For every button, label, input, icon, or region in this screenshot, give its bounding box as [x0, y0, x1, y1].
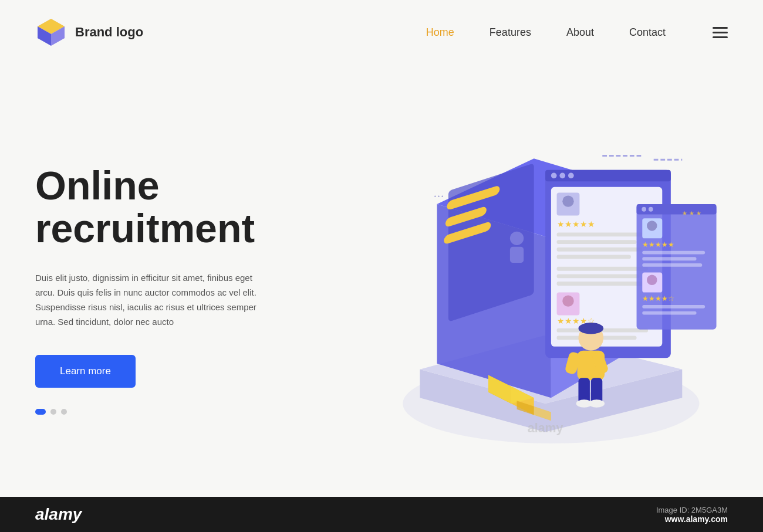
svg-rect-50 — [642, 304, 705, 308]
footer-info: Image ID: 2M5GA3M www.alamy.com — [656, 506, 728, 524]
svg-rect-15 — [510, 246, 524, 262]
hero-illustration: ★★★★★ ★★★★☆ ★★★★★ — [329, 114, 728, 454]
nav-contact[interactable]: Contact — [629, 26, 666, 39]
svg-point-57 — [578, 323, 603, 334]
nav-home[interactable]: Home — [426, 26, 454, 39]
learn-more-button[interactable]: Learn more — [35, 355, 136, 388]
svg-point-19 — [559, 172, 565, 178]
nav-features[interactable]: Features — [489, 26, 531, 39]
svg-text:• • •: • • • — [434, 193, 444, 199]
brand-logo-icon — [35, 16, 67, 48]
svg-text:alamy: alamy — [528, 421, 563, 435]
svg-rect-27 — [557, 247, 643, 251]
svg-point-33 — [562, 295, 573, 306]
nav-about[interactable]: About — [566, 26, 594, 39]
svg-text:★★★★★: ★★★★★ — [642, 240, 674, 248]
svg-point-42 — [647, 221, 657, 231]
svg-rect-28 — [557, 255, 631, 259]
svg-point-14 — [510, 231, 524, 245]
main-content: Online recruitment Duis elit justo, dign… — [0, 65, 763, 491]
hero-title: Online recruitment — [35, 164, 305, 250]
dot-3[interactable] — [61, 409, 67, 415]
svg-text:★★★★☆: ★★★★☆ — [642, 294, 674, 302]
footer-image-id: Image ID: 2M5GA3M — [656, 506, 728, 514]
dot-1[interactable] — [35, 409, 46, 415]
footer-url: www.alamy.com — [656, 514, 728, 524]
svg-rect-51 — [642, 311, 696, 314]
hero-description: Duis elit justo, dignissim in efficitur … — [35, 271, 258, 329]
pagination-dots — [35, 409, 305, 415]
recruitment-illustration: ★★★★★ ★★★★☆ ★★★★★ — [329, 114, 728, 454]
svg-point-39 — [642, 206, 646, 211]
svg-rect-30 — [557, 274, 640, 278]
svg-point-23 — [562, 195, 573, 206]
svg-text:★★★★★: ★★★★★ — [557, 219, 595, 228]
hero-left: Online recruitment Duis elit justo, dign… — [35, 153, 305, 415]
svg-rect-31 — [557, 282, 646, 286]
svg-point-18 — [551, 172, 557, 178]
svg-rect-25 — [557, 232, 648, 236]
footer: alamy Image ID: 2M5GA3M www.alamy.com — [0, 497, 763, 532]
svg-point-40 — [649, 206, 653, 211]
svg-rect-44 — [642, 250, 705, 254]
svg-point-48 — [647, 275, 657, 284]
svg-rect-45 — [642, 257, 696, 260]
svg-point-64 — [589, 399, 605, 408]
logo-area: Brand logo — [35, 16, 143, 48]
header: Brand logo Home Features About Contact — [0, 0, 763, 65]
svg-rect-26 — [557, 240, 637, 244]
main-nav: Home Features About Contact — [426, 26, 728, 39]
svg-rect-29 — [557, 266, 648, 270]
dot-2[interactable] — [50, 409, 56, 415]
hamburger-menu[interactable] — [713, 27, 728, 38]
brand-logo-text: Brand logo — [75, 25, 143, 40]
footer-brand: alamy — [35, 505, 82, 524]
svg-text:★ ★ ★: ★ ★ ★ — [682, 210, 701, 216]
svg-rect-46 — [642, 263, 702, 267]
svg-point-20 — [568, 172, 574, 178]
